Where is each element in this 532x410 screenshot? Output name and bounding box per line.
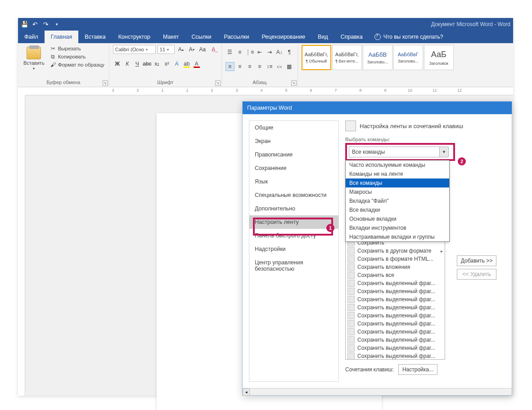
nav-language[interactable]: Язык [249,175,338,188]
dropdown-option[interactable]: Все вкладки [346,205,449,214]
tab-design[interactable]: Конструктор [112,31,157,43]
style-normal[interactable]: АаБбВвГг,¶ Обычный [302,45,331,70]
qat-dropdown-icon[interactable]: ▾ [53,21,60,28]
command-item[interactable]: Сохранить выделенный фраг... [346,312,445,320]
shading-button[interactable]: ▭ [275,62,284,71]
add-button[interactable]: Добавить >> [457,255,496,266]
subscript-button[interactable]: x₂ [153,59,162,68]
undo-icon[interactable]: ↶ [32,21,39,28]
tab-insert[interactable]: Вставка [78,31,112,43]
numbering-button[interactable]: ≡ [235,48,244,57]
format-painter-button[interactable]: 🖌Формат по образцу [49,61,105,68]
choose-commands-combo[interactable]: Все команды ▼ [349,147,449,157]
tab-layout[interactable]: Макет [157,31,185,43]
dropdown-option[interactable]: Вкладки инструментов [346,223,449,232]
align-center-button[interactable]: ≡ [235,62,244,71]
command-item[interactable]: Сохранить вложения [346,263,445,271]
redo-icon[interactable]: ↷ [42,21,50,28]
text-effects-button[interactable]: A [172,59,181,68]
nav-addins[interactable]: Надстройки [249,242,338,256]
dialog-launcher-clipboard[interactable]: ↘ [103,80,108,86]
command-item[interactable]: Сохранить выделенный фраг... [346,287,445,295]
copy-button[interactable]: ⧉Копировать [49,53,105,60]
remove-button[interactable]: << Удалить [457,269,496,280]
command-item[interactable]: Сохранить выделенный фраг... [346,336,445,344]
clear-formatting-button[interactable]: A͢ [209,45,218,54]
tab-home[interactable]: Главная [45,31,79,43]
command-item[interactable]: Сохранить в другом формате▸ [346,247,445,255]
paste-button[interactable]: Вставить ▾ [22,45,46,79]
dialog-launcher-font[interactable]: ↘ [215,80,221,86]
grow-font-button[interactable]: A▴ [176,45,185,54]
chevron-down-icon[interactable]: ▼ [439,147,448,157]
change-case-button[interactable]: Aa [198,45,207,54]
dropdown-option[interactable]: Основные вкладки [346,214,449,223]
style-title[interactable]: АаБЗаголовок [424,45,454,70]
font-size-combo[interactable]: 11▾ [158,45,175,54]
nav-general[interactable]: Общие [249,121,338,134]
commands-listbox[interactable]: СохранитьСохранить в другом формате▸Сохр… [345,238,445,360]
nav-save[interactable]: Сохранение [249,161,338,175]
nav-qat[interactable]: Панель быстрого досту [249,229,338,242]
nav-display[interactable]: Экран [249,134,338,148]
dropdown-option[interactable]: Вкладка "Файл" [346,196,449,205]
multilevel-button[interactable]: ⋮≡ [245,48,254,57]
increase-indent-button[interactable]: ⇥ [265,48,274,57]
style-heading2[interactable]: АаБбВвГЗаголово... [393,45,423,70]
dropdown-option[interactable]: Часто используемые команды [346,160,449,169]
tab-review[interactable]: Рецензирование [256,31,312,43]
dropdown-option[interactable]: Макросы [346,187,449,196]
underline-button[interactable]: Ч [133,59,142,68]
commands-dropdown-list[interactable]: Часто используемые команды Команды не на… [345,160,450,242]
tab-mailings[interactable]: Рассылки [217,31,255,43]
strikethrough-button[interactable]: abc [143,59,152,68]
nav-proofing[interactable]: Правописание [249,148,338,161]
command-item[interactable]: Сохранить выделенный фраг... [346,352,445,360]
tab-file[interactable]: Файл [18,31,45,43]
dropdown-option-selected[interactable]: Все команды [346,178,449,187]
font-color-button[interactable]: A [192,59,201,68]
command-item[interactable]: Сохранить выделенный фраг... [346,303,445,312]
vertical-ruler[interactable] [18,95,25,396]
style-heading1[interactable]: АаБбВЗаголово... [363,45,392,70]
align-left-button[interactable]: ≡ [225,62,234,71]
tab-view[interactable]: Вид [311,31,334,43]
bullets-button[interactable]: ☰ [225,48,234,57]
dropdown-option[interactable]: Команды не на ленте [346,169,449,178]
dialog-launcher-paragraph[interactable]: ↘ [291,80,297,86]
decrease-indent-button[interactable]: ⇤ [255,48,264,57]
command-item[interactable]: Сохранить в формате HTML... [346,255,445,263]
line-spacing-button[interactable]: ↕≡ [265,62,274,71]
command-item[interactable]: Сохранить все [346,271,445,279]
nav-customize-ribbon[interactable]: Настроить ленту [249,215,338,229]
command-item[interactable]: Сохранить выделенный фраг... [346,344,445,352]
borders-button[interactable]: ▦ [285,62,294,71]
shrink-font-button[interactable]: A▾ [187,45,196,54]
scroll-left-icon[interactable]: ◂ [243,388,250,396]
nav-trust-center[interactable]: Центр управления безопасностью [249,256,338,276]
dialog-hscrollbar[interactable]: ◂ [243,388,512,395]
command-item[interactable]: Сохранить выделенный фраг... [346,320,445,328]
nav-accessibility[interactable]: Специальные возможности [249,188,338,202]
show-marks-button[interactable]: ¶ [285,48,294,57]
dropdown-option[interactable]: Настраиваемые вкладки и группы [346,232,449,241]
command-item[interactable]: Сохранить выделенный фраг... [346,328,445,336]
customize-shortcuts-button[interactable]: Настройка... [398,364,437,375]
tab-help[interactable]: Справка [334,31,369,43]
superscript-button[interactable]: x² [162,59,171,68]
tell-me-search[interactable]: Что вы хотите сделать? [374,31,443,43]
horizontal-ruler[interactable]: 321123456789101112 [25,87,513,95]
bold-button[interactable]: Ж [113,59,122,68]
save-icon[interactable]: 💾 [21,21,28,28]
style-no-spacing[interactable]: АаБбВвГг,¶ Без инте... [332,45,362,70]
command-item[interactable]: Сохранить выделенный фраг... [346,295,445,303]
command-item[interactable]: Сохранить выделенный фраг... [346,279,445,287]
cut-button[interactable]: ✂Вырезать [49,45,105,52]
tab-references[interactable]: Ссылки [185,31,217,43]
italic-button[interactable]: К [123,59,132,68]
highlight-button[interactable]: ab [182,59,191,68]
justify-button[interactable]: ≡ [255,62,264,71]
nav-advanced[interactable]: Дополнительно [249,202,338,215]
align-right-button[interactable]: ≡ [245,62,254,71]
font-name-combo[interactable]: Calibri (Осно▾ [113,45,156,54]
